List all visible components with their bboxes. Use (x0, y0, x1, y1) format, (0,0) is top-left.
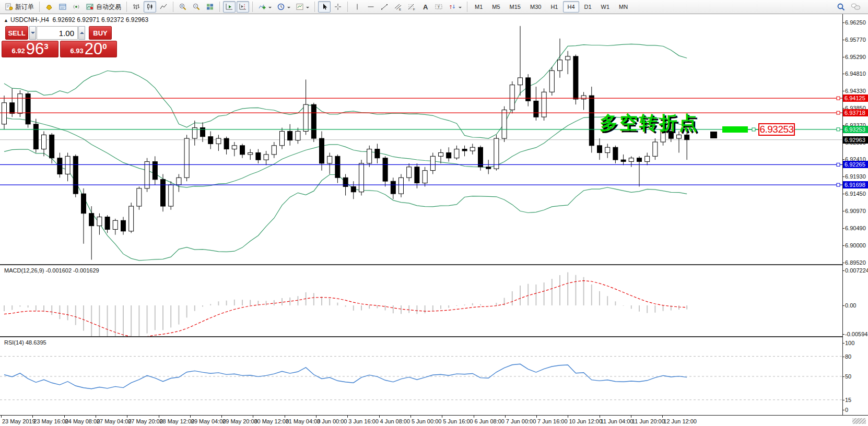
annotation-text[interactable]: 多空转折点 (600, 111, 699, 135)
equidistant-channel-button[interactable]: E (392, 1, 404, 13)
chat-icon (851, 3, 861, 11)
timeframe-m15[interactable]: M15 (506, 1, 525, 13)
search-button[interactable] (835, 1, 848, 13)
cursor-button[interactable] (318, 1, 331, 13)
date-label: 6 Jun 08:00 (475, 418, 505, 424)
trendline-icon (380, 3, 389, 11)
macd-signal-line (4, 281, 687, 336)
date-tick (32, 416, 33, 418)
price-line-label: 6.92265 (843, 161, 868, 168)
price-axis[interactable]: 6.962506.957706.952906.948106.943306.938… (843, 14, 868, 415)
timeframe-m1[interactable]: M1 (471, 1, 487, 13)
timeframe-h4[interactable]: H4 (563, 1, 579, 13)
candles (2, 26, 689, 260)
indicators-button[interactable] (256, 1, 274, 13)
date-label: 31 May 04:00 (286, 418, 321, 424)
price-callout-box[interactable]: 6.93253 (758, 123, 795, 136)
arrows-button[interactable] (446, 1, 464, 13)
date-tick (568, 416, 568, 418)
text-label-button[interactable]: T (432, 1, 445, 13)
broadcast-button[interactable] (70, 1, 83, 13)
date-label: 23 May 16:00 (33, 418, 68, 424)
data-window-icon (58, 3, 67, 11)
new-order-button[interactable]: 新订单 (3, 1, 36, 13)
buy-price-button[interactable]: 6.93200 (60, 41, 117, 57)
crosshair-icon (334, 3, 342, 11)
sell-price-small: 6.92 (11, 47, 25, 55)
rsi-tick-dash (842, 343, 844, 344)
date-tick (159, 416, 159, 418)
price-chart-canvas[interactable] (0, 14, 842, 264)
toolbar-separator (219, 2, 220, 12)
text-icon: A (421, 3, 429, 11)
timeframe-m30[interactable]: M30 (526, 1, 545, 13)
pane-separator[interactable] (0, 264, 868, 265)
rsi-panel-canvas[interactable] (0, 338, 842, 415)
auto-trading-button[interactable]: 自动交易 (84, 1, 123, 13)
current-price-label: 6.92963 (843, 136, 868, 144)
sell-price-button[interactable]: 6.92963 (2, 41, 58, 57)
price-tick-label: 6.91450 (845, 191, 866, 197)
volume-input[interactable] (37, 26, 78, 40)
fibonacci-button[interactable]: F (405, 1, 418, 13)
chart-symbol-period: USDCNH-,H4 (10, 16, 49, 23)
price-tick-dash (842, 194, 844, 194)
market-watch-icon (45, 3, 53, 11)
macd-tick-dash (842, 305, 844, 306)
chart-shift-button[interactable] (237, 1, 249, 13)
horizontal-object-lines (0, 97, 842, 186)
trendline-button[interactable] (378, 1, 391, 13)
chart-ohlc-values: 6.92692 6.92971 6.92372 6.92963 (53, 16, 149, 23)
volume-decrease-button[interactable] (29, 26, 36, 40)
price-tick-dash (842, 40, 844, 40)
dropdown-caret (268, 7, 272, 10)
sell-button[interactable]: SELL (5, 26, 28, 40)
market-watch-button[interactable] (43, 1, 55, 13)
rsi-tick-dash (842, 376, 844, 377)
date-axis[interactable]: 23 May 201923 May 16:0024 May 08:0027 Ma… (0, 415, 868, 426)
bar-chart-button[interactable] (130, 1, 143, 13)
collapse-marker-icon[interactable]: ▲ (4, 18, 8, 23)
chat-button[interactable] (849, 1, 863, 13)
auto-scroll-button[interactable] (223, 1, 236, 13)
date-label: 5 Jun 16:00 (443, 418, 473, 424)
buy-price-superscript: 0 (102, 42, 107, 51)
pane-separator[interactable] (0, 336, 868, 337)
timeframe-h1[interactable]: H1 (546, 1, 562, 13)
date-label: 10 Jun 12:00 (569, 418, 602, 424)
timeframe-d1[interactable]: D1 (580, 1, 596, 13)
rsi-tick-label: 0 (845, 407, 848, 413)
date-label: 28 May 12:00 (160, 418, 195, 424)
date-tick (442, 416, 442, 418)
crosshair-button[interactable] (332, 1, 344, 13)
line-chart-button[interactable] (157, 1, 170, 13)
zoom-in-button[interactable] (177, 1, 189, 13)
text-button[interactable]: A (419, 1, 431, 13)
timeframe-mn[interactable]: MN (615, 1, 632, 13)
buy-button[interactable]: BUY (89, 26, 112, 40)
dropdown-caret (459, 7, 462, 10)
date-label: 7 Jun 00:00 (506, 418, 536, 424)
candlestick-chart-button[interactable] (144, 1, 156, 13)
date-label: 4 Jun 08:00 (380, 418, 410, 424)
volume-increase-button[interactable] (78, 26, 85, 40)
price-line-label: 6.94125 (843, 94, 868, 102)
macd-indicator-label: MACD(12,26,9) -0.001602 -0.001629 (4, 267, 99, 274)
periods-button[interactable] (275, 1, 292, 13)
price-tick-dash (842, 57, 844, 57)
horizontal-line-button[interactable] (365, 1, 377, 13)
tile-windows-button[interactable] (204, 1, 216, 13)
resize-grip[interactable] (852, 418, 866, 424)
timeframe-w1[interactable]: W1 (597, 1, 614, 13)
templates-button[interactable] (294, 1, 311, 13)
svg-text:A: A (423, 3, 428, 11)
timeframe-m5[interactable]: M5 (488, 1, 504, 13)
dropdown-caret (287, 7, 290, 10)
date-tick (600, 416, 600, 418)
vertical-line-button[interactable] (351, 1, 363, 13)
macd-panel-canvas[interactable] (0, 266, 842, 336)
sell-price: 6.92963 (11, 41, 48, 57)
zoom-out-button[interactable] (190, 1, 203, 13)
data-window-button[interactable] (56, 1, 69, 13)
date-label: 27 May 04:00 (97, 418, 132, 424)
